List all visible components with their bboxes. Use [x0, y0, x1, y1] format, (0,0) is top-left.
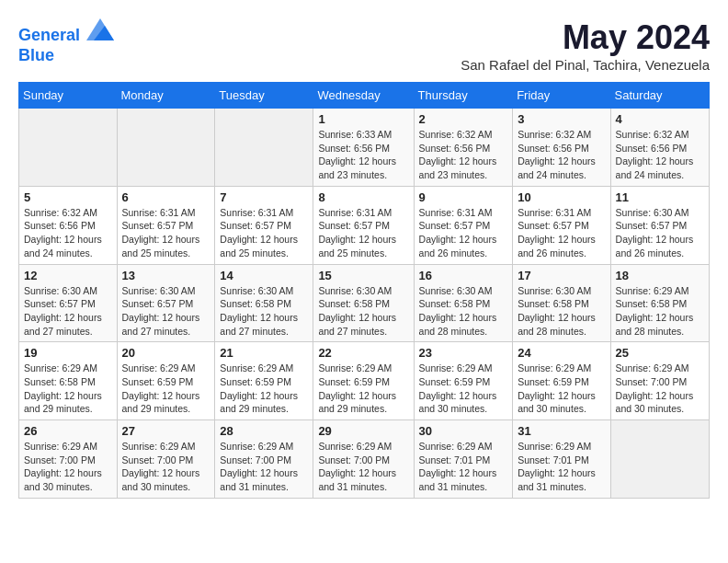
day-number: 8 [318, 190, 408, 204]
calendar-cell: 26Sunrise: 6:29 AM Sunset: 7:00 PM Dayli… [19, 420, 118, 499]
day-number: 24 [518, 346, 605, 360]
calendar-cell: 27Sunrise: 6:29 AM Sunset: 7:00 PM Dayli… [117, 420, 215, 499]
calendar-cell: 2Sunrise: 6:32 AM Sunset: 6:56 PM Daylig… [414, 109, 513, 187]
day-header-wednesday: Wednesday [313, 83, 414, 109]
day-info: Sunrise: 6:30 AM Sunset: 6:58 PM Dayligh… [318, 284, 408, 339]
day-info: Sunrise: 6:30 AM Sunset: 6:57 PM Dayligh… [616, 206, 704, 260]
day-info: Sunrise: 6:29 AM Sunset: 6:58 PM Dayligh… [24, 362, 112, 416]
day-info: Sunrise: 6:31 AM Sunset: 6:57 PM Dayligh… [518, 206, 605, 260]
day-info: Sunrise: 6:33 AM Sunset: 6:56 PM Dayligh… [318, 128, 408, 182]
day-info: Sunrise: 6:29 AM Sunset: 7:01 PM Dayligh… [419, 440, 508, 494]
calendar-cell: 22Sunrise: 6:29 AM Sunset: 6:59 PM Dayli… [313, 342, 414, 420]
calendar-cell: 7Sunrise: 6:31 AM Sunset: 6:57 PM Daylig… [215, 186, 313, 264]
day-number: 21 [220, 346, 308, 360]
calendar-cell: 25Sunrise: 6:29 AM Sunset: 7:00 PM Dayli… [610, 342, 709, 420]
calendar-cell: 23Sunrise: 6:29 AM Sunset: 6:59 PM Dayli… [414, 342, 513, 420]
day-header-friday: Friday [513, 83, 610, 109]
day-number: 17 [518, 269, 605, 282]
calendar-cell: 12Sunrise: 6:30 AM Sunset: 6:57 PM Dayli… [19, 264, 118, 342]
day-info: Sunrise: 6:29 AM Sunset: 6:59 PM Dayligh… [518, 362, 605, 416]
day-info: Sunrise: 6:29 AM Sunset: 7:00 PM Dayligh… [220, 440, 308, 494]
day-number: 2 [419, 112, 508, 126]
calendar-cell: 17Sunrise: 6:30 AM Sunset: 6:58 PM Dayli… [513, 264, 610, 342]
week-row-5: 26Sunrise: 6:29 AM Sunset: 7:00 PM Dayli… [19, 420, 710, 499]
calendar-cell: 10Sunrise: 6:31 AM Sunset: 6:57 PM Dayli… [513, 186, 610, 264]
day-number: 7 [220, 190, 308, 204]
week-row-3: 12Sunrise: 6:30 AM Sunset: 6:57 PM Dayli… [19, 264, 710, 342]
calendar-cell: 30Sunrise: 6:29 AM Sunset: 7:01 PM Dayli… [414, 420, 513, 499]
title-block: May 2024 San Rafael del Pinal, Tachira, … [461, 18, 710, 73]
day-number: 14 [220, 269, 308, 282]
day-number: 26 [24, 424, 112, 438]
calendar-cell: 11Sunrise: 6:30 AM Sunset: 6:57 PM Dayli… [610, 186, 709, 264]
day-info: Sunrise: 6:31 AM Sunset: 6:57 PM Dayligh… [419, 206, 508, 260]
day-info: Sunrise: 6:29 AM Sunset: 7:00 PM Dayligh… [318, 440, 408, 494]
day-info: Sunrise: 6:31 AM Sunset: 6:57 PM Dayligh… [220, 206, 308, 260]
calendar-cell: 19Sunrise: 6:29 AM Sunset: 6:58 PM Dayli… [19, 342, 118, 420]
calendar-cell: 24Sunrise: 6:29 AM Sunset: 6:59 PM Dayli… [513, 342, 610, 420]
calendar-cell [117, 109, 215, 187]
day-info: Sunrise: 6:32 AM Sunset: 6:56 PM Dayligh… [419, 128, 508, 182]
day-number: 16 [419, 269, 508, 282]
logo-text: General [18, 18, 114, 46]
day-number: 23 [419, 346, 508, 360]
day-number: 25 [616, 346, 704, 360]
calendar-cell: 28Sunrise: 6:29 AM Sunset: 7:00 PM Dayli… [215, 420, 313, 499]
calendar-cell: 18Sunrise: 6:29 AM Sunset: 6:58 PM Dayli… [610, 264, 709, 342]
calendar-cell: 29Sunrise: 6:29 AM Sunset: 7:00 PM Dayli… [313, 420, 414, 499]
calendar-cell: 13Sunrise: 6:30 AM Sunset: 6:57 PM Dayli… [117, 264, 215, 342]
month-title: May 2024 [461, 18, 710, 57]
calendar-cell: 1Sunrise: 6:33 AM Sunset: 6:56 PM Daylig… [313, 109, 414, 187]
day-info: Sunrise: 6:29 AM Sunset: 7:00 PM Dayligh… [24, 440, 112, 494]
day-info: Sunrise: 6:31 AM Sunset: 6:57 PM Dayligh… [318, 206, 408, 260]
calendar-cell: 5Sunrise: 6:32 AM Sunset: 6:56 PM Daylig… [19, 186, 118, 264]
calendar-cell: 9Sunrise: 6:31 AM Sunset: 6:57 PM Daylig… [414, 186, 513, 264]
week-row-4: 19Sunrise: 6:29 AM Sunset: 6:58 PM Dayli… [19, 342, 710, 420]
logo-icon [86, 18, 114, 40]
day-number: 18 [616, 269, 704, 282]
day-info: Sunrise: 6:30 AM Sunset: 6:57 PM Dayligh… [24, 284, 112, 339]
calendar-cell [610, 420, 709, 499]
calendar-body: 1Sunrise: 6:33 AM Sunset: 6:56 PM Daylig… [19, 109, 710, 499]
day-header-thursday: Thursday [414, 83, 513, 109]
calendar-cell [19, 109, 118, 187]
day-info: Sunrise: 6:30 AM Sunset: 6:58 PM Dayligh… [220, 284, 308, 339]
day-number: 6 [122, 190, 210, 204]
day-header-monday: Monday [117, 83, 215, 109]
day-number: 11 [616, 190, 704, 204]
calendar-header-row: SundayMondayTuesdayWednesdayThursdayFrid… [19, 83, 710, 109]
day-number: 31 [518, 424, 605, 438]
week-row-1: 1Sunrise: 6:33 AM Sunset: 6:56 PM Daylig… [19, 109, 710, 187]
location-subtitle: San Rafael del Pinal, Tachira, Venezuela [461, 57, 710, 73]
day-info: Sunrise: 6:29 AM Sunset: 6:59 PM Dayligh… [122, 362, 210, 416]
calendar-cell: 20Sunrise: 6:29 AM Sunset: 6:59 PM Dayli… [117, 342, 215, 420]
calendar-cell: 3Sunrise: 6:32 AM Sunset: 6:56 PM Daylig… [513, 109, 610, 187]
day-number: 5 [24, 190, 112, 204]
day-info: Sunrise: 6:30 AM Sunset: 6:58 PM Dayligh… [419, 284, 508, 339]
day-number: 30 [419, 424, 508, 438]
day-info: Sunrise: 6:29 AM Sunset: 7:00 PM Dayligh… [122, 440, 210, 494]
day-info: Sunrise: 6:29 AM Sunset: 7:01 PM Dayligh… [518, 440, 605, 494]
logo-blue-text: Blue [18, 46, 114, 66]
day-header-saturday: Saturday [610, 83, 709, 109]
day-info: Sunrise: 6:30 AM Sunset: 6:58 PM Dayligh… [518, 284, 605, 339]
calendar-cell: 4Sunrise: 6:32 AM Sunset: 6:56 PM Daylig… [610, 109, 709, 187]
day-number: 27 [122, 424, 210, 438]
day-number: 12 [24, 269, 112, 282]
day-number: 3 [518, 112, 605, 126]
day-number: 10 [518, 190, 605, 204]
day-number: 20 [122, 346, 210, 360]
calendar-cell: 31Sunrise: 6:29 AM Sunset: 7:01 PM Dayli… [513, 420, 610, 499]
calendar-cell: 15Sunrise: 6:30 AM Sunset: 6:58 PM Dayli… [313, 264, 414, 342]
calendar-cell: 6Sunrise: 6:31 AM Sunset: 6:57 PM Daylig… [117, 186, 215, 264]
day-info: Sunrise: 6:32 AM Sunset: 6:56 PM Dayligh… [616, 128, 704, 182]
day-info: Sunrise: 6:29 AM Sunset: 6:59 PM Dayligh… [419, 362, 508, 416]
day-number: 22 [318, 346, 408, 360]
day-info: Sunrise: 6:29 AM Sunset: 6:59 PM Dayligh… [220, 362, 308, 416]
day-info: Sunrise: 6:29 AM Sunset: 6:59 PM Dayligh… [318, 362, 408, 416]
day-number: 13 [122, 269, 210, 282]
day-info: Sunrise: 6:30 AM Sunset: 6:57 PM Dayligh… [122, 284, 210, 339]
day-number: 29 [318, 424, 408, 438]
day-number: 9 [419, 190, 508, 204]
calendar-cell: 14Sunrise: 6:30 AM Sunset: 6:58 PM Dayli… [215, 264, 313, 342]
